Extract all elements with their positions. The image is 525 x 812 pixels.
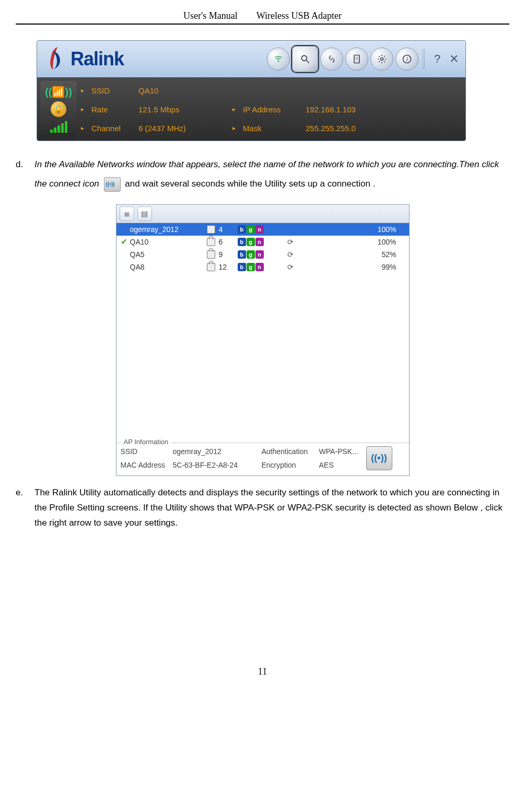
ap-mac-label: MAC Address	[121, 461, 173, 469]
lock-icon	[203, 225, 219, 234]
mode-b-icon: b	[238, 250, 246, 259]
unlock-icon	[203, 250, 219, 259]
chevron-icon: ▸	[81, 106, 91, 113]
ap-ssid-value: ogemray_2012	[173, 447, 262, 456]
svg-point-6	[381, 58, 383, 61]
step-letter: d.	[16, 155, 34, 194]
networks-list: ogemray_20124bgn100%✔QA106bgn⟳100%QA59bg…	[116, 223, 409, 443]
signal-percent: 100%	[298, 225, 407, 234]
ralink-titlebar: Ralink i ? ✕	[37, 41, 465, 78]
status-side-icons: ((📶)) 🔓	[40, 81, 77, 137]
chevron-icon: ▸	[81, 87, 91, 94]
channel-value: 6 (2437 MHz)	[138, 124, 232, 133]
ralink-logo: Ralink	[41, 46, 267, 72]
ssid-label: SSID	[91, 86, 138, 95]
refresh-icon: ⟳	[283, 238, 298, 246]
mode-g-icon: g	[247, 263, 255, 271]
mode-n-icon: n	[255, 250, 264, 259]
network-channel: 4	[219, 225, 238, 234]
wifi-mode-badges: bgn	[238, 238, 283, 246]
ap-enc-value: AES	[319, 461, 366, 469]
ap-enc-label: Encryption	[262, 461, 319, 469]
network-channel: 12	[219, 263, 238, 271]
signal-percent: 99%	[298, 263, 407, 271]
ap-mac-value: 5C-63-BF-E2-A8-24	[173, 461, 262, 469]
signal-percent: 100%	[298, 238, 407, 246]
header-right: Wireless USB Adapter	[256, 10, 342, 21]
mode-b-icon: b	[238, 225, 246, 234]
chevron-icon: ▸	[232, 106, 243, 113]
network-ssid: QA8	[130, 263, 203, 271]
close-button[interactable]: ✕	[447, 52, 461, 66]
list-view-icon[interactable]: ≣	[120, 206, 134, 221]
unlock-icon	[203, 238, 219, 246]
unlock-icon: 🔓	[51, 101, 66, 117]
ip-value: 192.168.1.103	[306, 105, 384, 114]
status-grid: ▸ SSID QA10 ▸ Rate 121.5 Mbps ▸ IP Addre…	[81, 81, 462, 137]
wifi-mode-badges: bgn	[238, 250, 283, 259]
search-icon[interactable]	[292, 46, 318, 72]
page-number: 11	[16, 666, 509, 677]
mask-value: 255.255.255.0	[306, 124, 384, 133]
ap-auth-label: Authentication	[262, 447, 319, 456]
network-channel: 9	[219, 250, 238, 259]
network-ssid: QA10	[130, 238, 203, 246]
mode-g-icon: g	[247, 238, 255, 246]
ap-auth-value: WPA-PSK...	[319, 447, 366, 456]
unlock-icon	[203, 263, 219, 271]
details-view-icon[interactable]: ▤	[137, 206, 152, 221]
wifi-mode-badges: bgn	[238, 263, 283, 271]
network-row[interactable]: QA812bgn⟳99%	[116, 261, 409, 273]
toolbar-separator	[423, 49, 426, 69]
help-button[interactable]: ?	[430, 52, 445, 66]
mask-label: Mask	[243, 124, 306, 133]
ap-ssid-label: SSID	[121, 447, 173, 456]
instruction-step-e: e. The Ralink Utility automatically dete…	[16, 485, 509, 531]
network-row[interactable]: ogemray_20124bgn100%	[116, 223, 409, 236]
available-networks-window: ≣ ▤ ogemray_20124bgn100%✔QA106bgn⟳100%QA…	[116, 204, 410, 476]
chevron-icon: ▸	[81, 124, 91, 132]
svg-point-1	[301, 55, 307, 61]
ralink-status-area: ((📶)) 🔓 ▸ SSID QA10 ▸ Rate 121.5 Mbps ▸ …	[37, 78, 465, 141]
refresh-icon: ⟳	[283, 263, 298, 271]
network-channel: 6	[219, 238, 238, 246]
step-body: In the Available Networks window that ap…	[34, 155, 509, 194]
wifi-icon[interactable]	[267, 48, 290, 71]
mode-b-icon: b	[238, 263, 246, 271]
ralink-toolbar: i ? ✕	[267, 46, 461, 72]
gear-icon[interactable]	[370, 48, 393, 71]
networks-toolbar: ≣ ▤	[116, 205, 409, 223]
signal-percent: 52%	[298, 250, 407, 259]
radio-on-icon: ((📶))	[45, 86, 72, 98]
network-row[interactable]: QA59bgn⟳52%	[116, 248, 409, 261]
link-icon[interactable]	[320, 48, 343, 71]
network-ssid: ogemray_2012	[130, 225, 203, 234]
connect-button[interactable]: ((•))	[366, 446, 392, 470]
svg-line-2	[307, 61, 309, 63]
svg-point-0	[278, 61, 279, 63]
signal-bars-icon	[50, 120, 67, 133]
ap-information-panel: AP Information SSID ogemray_2012 Authent…	[116, 443, 409, 475]
channel-label: Channel	[91, 124, 138, 133]
rate-label: Rate	[91, 105, 138, 114]
document-icon[interactable]	[345, 48, 368, 71]
svg-text:i: i	[406, 56, 407, 63]
mode-b-icon: b	[238, 238, 246, 246]
step-letter: e.	[16, 485, 34, 531]
ralink-status-window: Ralink i ? ✕	[37, 40, 466, 141]
ralink-brand-text: Ralink	[71, 48, 124, 70]
step-d-rest: and wait several seconds while the Utili…	[125, 179, 375, 189]
ssid-value: QA10	[138, 86, 232, 95]
network-row[interactable]: ✔QA106bgn⟳100%	[116, 236, 409, 248]
connect-icon	[104, 177, 121, 192]
ap-info-title: AP Information	[121, 438, 172, 446]
ip-label: IP Address	[243, 105, 306, 114]
rate-value: 121.5 Mbps	[138, 105, 232, 114]
header-left: User's Manual	[183, 10, 238, 21]
refresh-icon: ⟳	[283, 250, 298, 259]
instruction-step-d: d. In the Available Networks window that…	[16, 155, 509, 194]
mode-n-icon: n	[255, 225, 264, 234]
info-icon[interactable]: i	[395, 48, 418, 71]
mode-g-icon: g	[247, 250, 255, 259]
page-header: User's Manual Wireless USB Adapter	[16, 10, 509, 25]
